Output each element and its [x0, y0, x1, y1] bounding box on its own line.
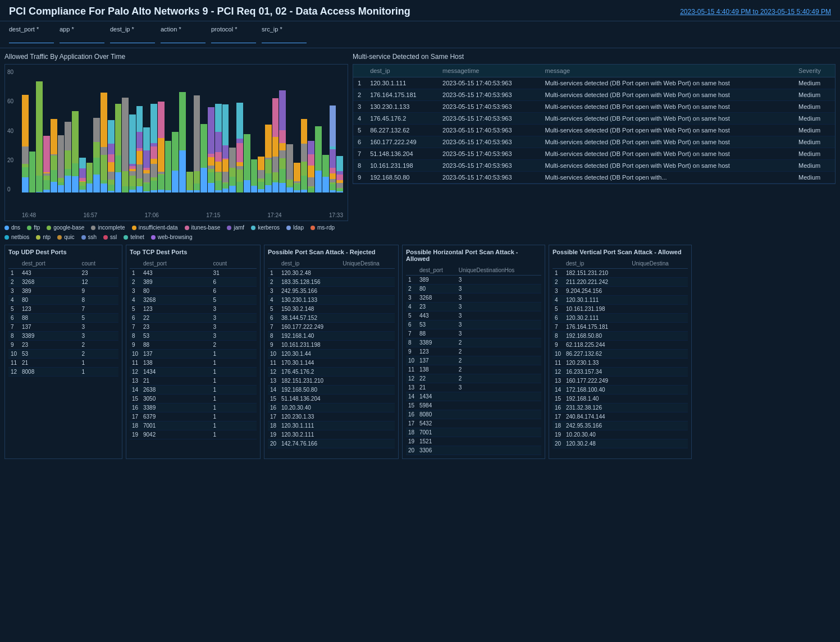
filter-input-protocol[interactable]: [211, 34, 256, 43]
legend-color: [151, 235, 156, 240]
bar-segment: [208, 183, 214, 192]
table-cell: 38.144.57.152: [279, 314, 340, 323]
table-row: 6885: [8, 314, 118, 323]
table-cell: [629, 403, 688, 412]
bar-group: [22, 69, 29, 192]
row-num: 4: [406, 302, 417, 311]
tcp-title: Top TCP Dest Ports: [130, 249, 257, 255]
bar-segment: [236, 169, 243, 182]
table-row: 17120.230.1.33: [268, 412, 395, 421]
table-cell: [629, 269, 688, 278]
table-row: 11120.230.1.33: [553, 359, 688, 368]
bar-segment: [294, 190, 300, 192]
legend-item: dns: [4, 224, 20, 231]
bar-segment: [186, 172, 193, 190]
chart-area: [22, 69, 343, 204]
bar-group: [93, 69, 100, 192]
table-row: 1214341: [130, 368, 257, 377]
bar-segment: [143, 173, 150, 182]
table-row: 3130.230.1.1332023-05-15 17:40:53:963Mul…: [353, 101, 835, 113]
legend-color: [4, 226, 9, 230]
table-row: 71373: [8, 323, 118, 332]
bar-segment: [336, 191, 343, 192]
table-row: 833893: [8, 332, 118, 341]
table-cell: 80: [417, 285, 456, 294]
table-row: 13211: [130, 377, 257, 386]
table-row: 910.161.231.198: [268, 341, 395, 350]
row-num: 10: [130, 350, 141, 359]
row-num: 15: [268, 395, 279, 403]
bar-segment: [36, 81, 43, 176]
table-cell: 3268: [417, 294, 456, 302]
row-num: 10: [8, 350, 20, 359]
bar-segment: [65, 150, 71, 169]
bottom-section: Top UDP Dest Ports dest_portcount 144323…: [0, 240, 840, 464]
row-num: 14: [406, 392, 417, 401]
bar-segment: [222, 104, 229, 145]
table-row: 39.204.254.156: [553, 287, 688, 296]
bar-segment: [215, 190, 222, 192]
bar-segment: [236, 162, 243, 166]
table-cell: Multi-services detected (DB Port open wi…: [541, 125, 795, 136]
table-cell: 2023-05-15 17:40:53:963: [438, 160, 540, 172]
filter-input-dest_port[interactable]: [9, 34, 54, 43]
table-cell: 3: [79, 323, 118, 332]
table-row: 2803: [406, 285, 541, 294]
table-row: 3806: [130, 287, 257, 296]
x-label: 17:15: [206, 212, 220, 218]
table-row: 175432: [406, 419, 541, 428]
table-row: 144331: [130, 269, 257, 278]
col-header: dest_ip: [366, 65, 438, 77]
legend-label: telnet: [130, 234, 144, 240]
filter-dest_ip: dest_ip *: [110, 26, 155, 43]
table-cell: 10.161.231.198: [279, 341, 340, 350]
table-cell: 3: [456, 302, 541, 311]
col-header: Severity: [794, 65, 835, 77]
row-num: 4: [553, 296, 564, 305]
table-cell: [340, 341, 395, 350]
table-row: 332683: [406, 294, 541, 302]
table-cell: 3: [456, 294, 541, 302]
bar-group: [86, 69, 93, 192]
table-cell: 10.20.30.40: [279, 403, 340, 412]
bar-group: [29, 69, 36, 192]
bar-segment: [251, 186, 258, 192]
table-cell: 9: [79, 287, 118, 296]
bar-segment: [115, 104, 122, 155]
filter-input-app[interactable]: [60, 34, 104, 43]
table-cell: 1: [211, 359, 257, 368]
table-cell: 21: [20, 359, 79, 368]
time-range[interactable]: 2023-05-15 4:40:49 PM to 2023-05-15 5:40…: [680, 8, 831, 16]
table-cell: 3: [211, 305, 257, 314]
bar-group: [236, 69, 243, 192]
table-cell: 192.168.1.40: [564, 395, 629, 403]
table-row: 2326812: [8, 278, 118, 287]
bar-chart: [22, 69, 343, 192]
horiz-scan-title: Possible Horizontal Port Scan Attack - A…: [406, 249, 541, 262]
table-row: 14192.168.50.80: [268, 386, 395, 395]
bar-segment: [108, 120, 115, 144]
table-cell: 5432: [417, 419, 456, 428]
table-cell: 3: [456, 276, 541, 285]
table-cell: 120.30.1.111: [279, 421, 340, 430]
table-cell: 5: [211, 296, 257, 305]
table-row: 8192.168.1.40: [268, 332, 395, 341]
table-cell: 2023-05-15 17:40:53:963: [438, 113, 540, 125]
row-num: 2: [553, 278, 564, 287]
row-num: 7: [353, 148, 366, 160]
filter-input-dest_ip[interactable]: [110, 34, 155, 43]
filter-input-src_ip[interactable]: [262, 34, 307, 43]
legend-label: ftp: [34, 224, 40, 231]
col-header: count: [211, 259, 257, 269]
row-num: 4: [130, 296, 141, 305]
bar-segment: [236, 182, 243, 192]
bar-segment: [330, 190, 336, 192]
bar-segment: [101, 155, 107, 180]
row-num: 14: [268, 386, 279, 395]
table-cell: [456, 446, 541, 455]
table-cell: [629, 377, 688, 386]
bar-segment: [143, 191, 150, 192]
table-cell: 120.230.1.33: [564, 359, 629, 368]
bar-segment: [65, 169, 71, 176]
filter-input-action[interactable]: [161, 34, 206, 43]
